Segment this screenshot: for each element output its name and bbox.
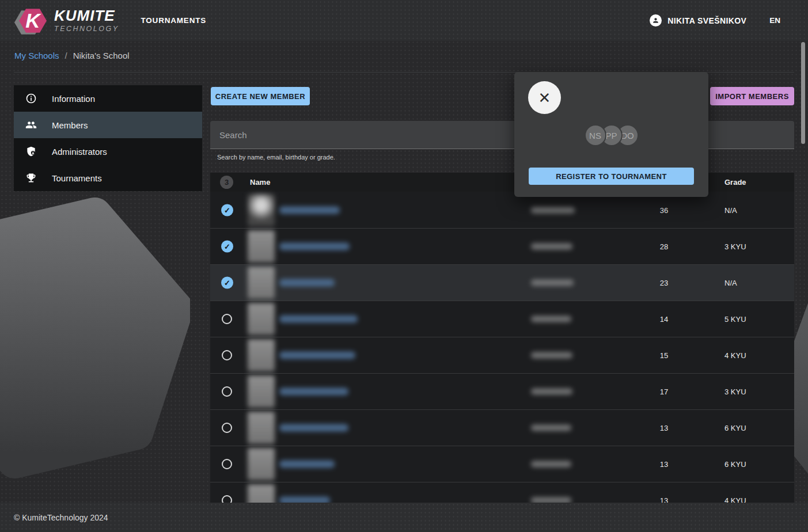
member-photo-blurred: [248, 412, 275, 444]
table-row: ✓23N/A: [210, 264, 794, 301]
member-name-link-redacted[interactable]: [279, 316, 358, 323]
brand-title: KUMITE: [54, 8, 119, 23]
member-photo-blurred: [248, 448, 275, 480]
top-navbar: K KUMITE TECHNOLOGY TOURNAMENTS NIKITA S…: [0, 0, 808, 41]
table-row: 173 KYU: [210, 373, 794, 409]
table-row: 136 KYU: [210, 409, 794, 446]
member-name-link-redacted[interactable]: [279, 497, 330, 503]
sidebar-item-information[interactable]: Information: [14, 85, 202, 112]
table-row: 136 KYU: [210, 446, 794, 482]
birthday-redacted: [531, 461, 571, 468]
age-value: 28: [654, 242, 674, 251]
sidebar-item-tournaments[interactable]: Tournaments: [14, 165, 202, 191]
member-name-link-redacted[interactable]: [279, 461, 335, 468]
create-new-member-button[interactable]: CREATE NEW MEMBER: [211, 87, 310, 105]
table-row: 134 KYU: [210, 482, 794, 503]
birthday-redacted: [531, 425, 571, 431]
age-value: 17: [654, 387, 674, 396]
breadcrumb-separator: /: [65, 51, 67, 60]
row-checkbox-unchecked[interactable]: [222, 459, 232, 469]
table-body: ✓36N/A✓283 KYU✓23N/A145 KYU154 KYU173 KY…: [210, 192, 794, 503]
grade-value: 5 KYU: [724, 315, 746, 324]
member-name-link-redacted[interactable]: [279, 243, 350, 250]
member-avatar-initials: NS: [585, 124, 606, 146]
member-photo-blurred: [248, 230, 275, 263]
row-checkbox-unchecked[interactable]: [222, 350, 232, 360]
row-checkbox-checked[interactable]: ✓: [221, 277, 233, 289]
school-sidebar: Information Members Administrators Tourn…: [14, 85, 202, 191]
user-menu[interactable]: NIKITA SVEŠNIKOV: [650, 14, 746, 26]
table-row: 154 KYU: [210, 337, 794, 373]
birthday-redacted: [531, 497, 571, 503]
user-name: NIKITA SVEŠNIKOV: [667, 16, 746, 25]
table-row: ✓283 KYU: [210, 228, 794, 264]
background-hexagon-left: [0, 185, 190, 491]
row-checkbox-unchecked[interactable]: [222, 495, 232, 503]
breadcrumb-my-schools[interactable]: My Schools: [14, 51, 59, 60]
birthday-redacted: [531, 280, 574, 286]
age-value: 13: [654, 424, 674, 432]
birthday-redacted: [531, 389, 572, 395]
members-table: 3 Name Grade ✓36N/A✓283 KYU✓23N/A145 KYU…: [210, 173, 794, 503]
row-checkbox-unchecked[interactable]: [222, 386, 232, 397]
row-checkbox-unchecked[interactable]: [222, 423, 232, 433]
info-icon: [25, 93, 37, 104]
search-helper-text: Search by name, email, birthday or grade…: [217, 154, 335, 161]
grade-value: N/A: [724, 279, 737, 287]
sidebar-item-label: Tournaments: [52, 173, 102, 183]
age-value: 13: [654, 460, 674, 469]
page-footer: © KumiteTechnology 2024: [0, 503, 808, 532]
row-checkbox-checked[interactable]: ✓: [221, 204, 233, 216]
grade-value: 3 KYU: [724, 387, 746, 396]
member-photo-blurred: [248, 375, 275, 408]
user-avatar-icon: [650, 14, 662, 26]
row-checkbox-checked[interactable]: ✓: [221, 241, 233, 253]
members-icon: [25, 119, 37, 131]
member-photo-blurred: [248, 194, 275, 226]
breadcrumb-current: Nikita's School: [73, 51, 130, 60]
grade-value: 3 KYU: [724, 242, 746, 251]
sidebar-item-label: Members: [52, 120, 88, 130]
copyright-text: © KumiteTechnology 2024: [14, 513, 108, 522]
sidebar-item-label: Administrators: [52, 147, 107, 157]
grade-value: 6 KYU: [724, 460, 746, 469]
member-name-link-redacted[interactable]: [279, 206, 340, 214]
birthday-redacted: [531, 316, 571, 322]
register-to-tournament-button[interactable]: REGISTER TO TOURNAMENT: [529, 168, 694, 185]
import-members-button[interactable]: IMPORT MEMBERS: [710, 87, 794, 105]
table-row: 145 KYU: [210, 301, 794, 337]
age-value: 14: [654, 315, 674, 324]
column-header-grade[interactable]: Grade: [724, 178, 746, 187]
brand-subtitle: TECHNOLOGY: [54, 25, 119, 33]
admin-shield-icon: [25, 146, 37, 157]
birthday-redacted: [531, 207, 575, 213]
vertical-scrollbar-thumb[interactable]: [801, 42, 805, 144]
grade-value: 6 KYU: [724, 424, 746, 432]
selected-members-avatars: NSPPDO: [514, 124, 708, 146]
brand-logo[interactable]: K KUMITE TECHNOLOGY: [14, 5, 119, 36]
age-value: 23: [654, 279, 674, 287]
member-name-link-redacted[interactable]: [279, 279, 335, 287]
age-value: 13: [654, 496, 674, 503]
age-value: 36: [654, 206, 674, 214]
grade-value: 4 KYU: [724, 496, 746, 503]
birthday-redacted: [531, 244, 572, 250]
close-icon[interactable]: ✕: [528, 81, 561, 114]
selected-count-badge: 3: [220, 176, 233, 189]
sidebar-item-members[interactable]: Members: [14, 112, 202, 138]
member-photo-blurred: [248, 267, 275, 299]
member-name-link-redacted[interactable]: [279, 388, 348, 396]
member-name-link-redacted[interactable]: [279, 424, 348, 432]
nav-tournaments[interactable]: TOURNAMENTS: [141, 16, 207, 25]
grade-value: 4 KYU: [724, 351, 746, 360]
sidebar-item-administrators[interactable]: Administrators: [14, 138, 202, 165]
grade-value: N/A: [724, 206, 737, 214]
svg-text:K: K: [25, 9, 41, 32]
language-selector[interactable]: EN: [769, 16, 780, 25]
member-name-link-redacted[interactable]: [279, 352, 355, 359]
member-photo-blurred: [248, 484, 275, 503]
age-value: 15: [654, 351, 674, 360]
column-header-name[interactable]: Name: [250, 178, 270, 187]
sidebar-item-label: Information: [52, 94, 95, 104]
row-checkbox-unchecked[interactable]: [222, 314, 232, 324]
